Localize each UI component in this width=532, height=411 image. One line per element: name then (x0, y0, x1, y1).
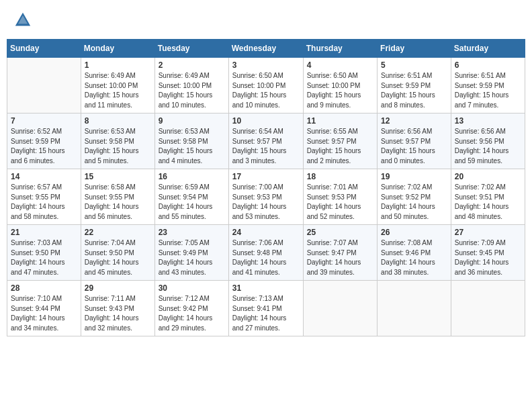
calendar-cell (378, 281, 451, 336)
day-number: 25 (307, 228, 373, 237)
day-number: 27 (455, 228, 521, 237)
calendar-week-row: 28Sunrise: 7:10 AMSunset: 9:44 PMDayligh… (7, 281, 525, 336)
day-number: 10 (232, 116, 300, 126)
day-number: 11 (307, 116, 373, 126)
day-info: Sunrise: 7:05 AMSunset: 9:49 PMDaylight:… (159, 238, 225, 277)
page-header (7, 7, 525, 36)
calendar-cell: 5Sunrise: 6:51 AMSunset: 9:59 PMDaylight… (378, 58, 451, 113)
day-number: 12 (381, 116, 447, 126)
day-number: 9 (159, 116, 225, 126)
calendar-cell: 15Sunrise: 6:58 AMSunset: 9:55 PMDayligh… (81, 169, 154, 225)
calendar-cell: 29Sunrise: 7:11 AMSunset: 9:43 PMDayligh… (81, 281, 154, 336)
calendar-cell: 9Sunrise: 6:53 AMSunset: 9:58 PMDaylight… (154, 113, 228, 169)
day-info: Sunrise: 7:00 AMSunset: 9:53 PMDaylight:… (232, 183, 300, 222)
calendar-cell: 1Sunrise: 6:49 AMSunset: 10:00 PMDayligh… (81, 58, 154, 113)
day-number: 2 (159, 60, 225, 70)
day-number: 23 (159, 228, 225, 237)
day-info: Sunrise: 6:50 AMSunset: 10:00 PMDaylight… (232, 71, 300, 110)
day-info: Sunrise: 6:52 AMSunset: 9:59 PMDaylight:… (11, 127, 77, 166)
calendar-cell: 31Sunrise: 7:13 AMSunset: 9:41 PMDayligh… (228, 281, 303, 336)
calendar-week-row: 7Sunrise: 6:52 AMSunset: 9:59 PMDaylight… (7, 113, 525, 169)
calendar-cell: 8Sunrise: 6:53 AMSunset: 9:58 PMDaylight… (81, 113, 154, 169)
day-number: 7 (11, 116, 77, 126)
day-number: 6 (455, 60, 521, 70)
calendar-cell: 7Sunrise: 6:52 AMSunset: 9:59 PMDaylight… (7, 113, 81, 169)
calendar-cell: 19Sunrise: 7:02 AMSunset: 9:52 PMDayligh… (378, 169, 451, 225)
day-info: Sunrise: 6:49 AMSunset: 10:00 PMDaylight… (159, 71, 225, 110)
day-info: Sunrise: 7:07 AMSunset: 9:47 PMDaylight:… (307, 238, 373, 277)
day-info: Sunrise: 7:11 AMSunset: 9:43 PMDaylight:… (85, 294, 151, 333)
calendar-cell: 24Sunrise: 7:06 AMSunset: 9:48 PMDayligh… (228, 225, 303, 281)
day-info: Sunrise: 7:06 AMSunset: 9:48 PMDaylight:… (232, 238, 300, 277)
day-number: 5 (381, 60, 447, 70)
day-info: Sunrise: 6:55 AMSunset: 9:57 PMDaylight:… (307, 127, 373, 166)
weekday-header-row: SundayMondayTuesdayWednesdayThursdayFrid… (7, 40, 525, 58)
calendar-cell: 28Sunrise: 7:10 AMSunset: 9:44 PMDayligh… (7, 281, 81, 336)
day-number: 26 (381, 228, 447, 237)
calendar-cell (303, 281, 377, 336)
calendar-cell (451, 281, 525, 336)
calendar-week-row: 14Sunrise: 6:57 AMSunset: 9:55 PMDayligh… (7, 169, 525, 225)
calendar-cell: 26Sunrise: 7:08 AMSunset: 9:46 PMDayligh… (378, 225, 451, 281)
calendar-cell: 4Sunrise: 6:50 AMSunset: 10:00 PMDayligh… (303, 58, 377, 113)
calendar-cell: 23Sunrise: 7:05 AMSunset: 9:49 PMDayligh… (154, 225, 228, 281)
day-info: Sunrise: 7:12 AMSunset: 9:42 PMDaylight:… (159, 294, 225, 333)
page-wrapper: SundayMondayTuesdayWednesdayThursdayFrid… (7, 7, 525, 336)
day-info: Sunrise: 7:01 AMSunset: 9:53 PMDaylight:… (307, 183, 373, 222)
day-number: 17 (232, 172, 300, 181)
day-number: 31 (232, 283, 300, 293)
weekday-header-thursday: Thursday (303, 40, 377, 58)
calendar-cell: 25Sunrise: 7:07 AMSunset: 9:47 PMDayligh… (303, 225, 377, 281)
weekday-header-saturday: Saturday (451, 40, 525, 58)
day-info: Sunrise: 6:51 AMSunset: 9:59 PMDaylight:… (455, 71, 521, 110)
day-number: 29 (85, 283, 151, 293)
day-info: Sunrise: 7:02 AMSunset: 9:52 PMDaylight:… (381, 183, 447, 222)
day-number: 18 (307, 172, 373, 181)
calendar-cell: 2Sunrise: 6:49 AMSunset: 10:00 PMDayligh… (154, 58, 228, 113)
day-number: 28 (11, 283, 77, 293)
day-info: Sunrise: 6:54 AMSunset: 9:57 PMDaylight:… (232, 127, 300, 166)
calendar-week-row: 1Sunrise: 6:49 AMSunset: 10:00 PMDayligh… (7, 58, 525, 113)
day-info: Sunrise: 6:58 AMSunset: 9:55 PMDaylight:… (85, 183, 151, 222)
day-number: 24 (232, 228, 300, 237)
day-number: 4 (307, 60, 373, 70)
day-info: Sunrise: 6:53 AMSunset: 9:58 PMDaylight:… (159, 127, 225, 166)
calendar-cell: 14Sunrise: 6:57 AMSunset: 9:55 PMDayligh… (7, 169, 81, 225)
calendar-cell: 21Sunrise: 7:03 AMSunset: 9:50 PMDayligh… (7, 225, 81, 281)
day-info: Sunrise: 6:57 AMSunset: 9:55 PMDaylight:… (11, 183, 77, 222)
calendar-cell: 12Sunrise: 6:56 AMSunset: 9:57 PMDayligh… (378, 113, 451, 169)
day-number: 3 (232, 60, 300, 70)
calendar-cell: 27Sunrise: 7:09 AMSunset: 9:45 PMDayligh… (451, 225, 525, 281)
day-number: 16 (159, 172, 225, 181)
day-info: Sunrise: 7:04 AMSunset: 9:50 PMDaylight:… (85, 238, 151, 277)
day-info: Sunrise: 7:02 AMSunset: 9:51 PMDaylight:… (455, 183, 521, 222)
weekday-header-monday: Monday (81, 40, 154, 58)
weekday-header-sunday: Sunday (7, 40, 81, 58)
day-info: Sunrise: 7:10 AMSunset: 9:44 PMDaylight:… (11, 294, 77, 333)
day-info: Sunrise: 6:56 AMSunset: 9:56 PMDaylight:… (455, 127, 521, 166)
calendar-cell: 17Sunrise: 7:00 AMSunset: 9:53 PMDayligh… (228, 169, 303, 225)
day-info: Sunrise: 7:03 AMSunset: 9:50 PMDaylight:… (11, 238, 77, 277)
calendar-table: SundayMondayTuesdayWednesdayThursdayFrid… (7, 39, 525, 336)
day-number: 30 (159, 283, 225, 293)
day-number: 20 (455, 172, 521, 181)
day-number: 21 (11, 228, 77, 237)
calendar-cell: 6Sunrise: 6:51 AMSunset: 9:59 PMDaylight… (451, 58, 525, 113)
calendar-cell: 18Sunrise: 7:01 AMSunset: 9:53 PMDayligh… (303, 169, 377, 225)
day-number: 19 (381, 172, 447, 181)
calendar-week-row: 21Sunrise: 7:03 AMSunset: 9:50 PMDayligh… (7, 225, 525, 281)
day-info: Sunrise: 6:51 AMSunset: 9:59 PMDaylight:… (381, 71, 447, 110)
calendar-cell (7, 58, 81, 113)
day-info: Sunrise: 6:56 AMSunset: 9:57 PMDaylight:… (381, 127, 447, 166)
day-info: Sunrise: 7:13 AMSunset: 9:41 PMDaylight:… (232, 294, 300, 333)
day-info: Sunrise: 7:08 AMSunset: 9:46 PMDaylight:… (381, 238, 447, 277)
day-info: Sunrise: 6:53 AMSunset: 9:58 PMDaylight:… (85, 127, 151, 166)
calendar-cell: 11Sunrise: 6:55 AMSunset: 9:57 PMDayligh… (303, 113, 377, 169)
calendar-cell: 30Sunrise: 7:12 AMSunset: 9:42 PMDayligh… (154, 281, 228, 336)
day-number: 14 (11, 172, 77, 181)
calendar-cell: 16Sunrise: 6:59 AMSunset: 9:54 PMDayligh… (154, 169, 228, 225)
calendar-cell: 10Sunrise: 6:54 AMSunset: 9:57 PMDayligh… (228, 113, 303, 169)
day-info: Sunrise: 6:49 AMSunset: 10:00 PMDaylight… (85, 71, 151, 110)
day-number: 1 (85, 60, 151, 70)
day-info: Sunrise: 7:09 AMSunset: 9:45 PMDaylight:… (455, 238, 521, 277)
